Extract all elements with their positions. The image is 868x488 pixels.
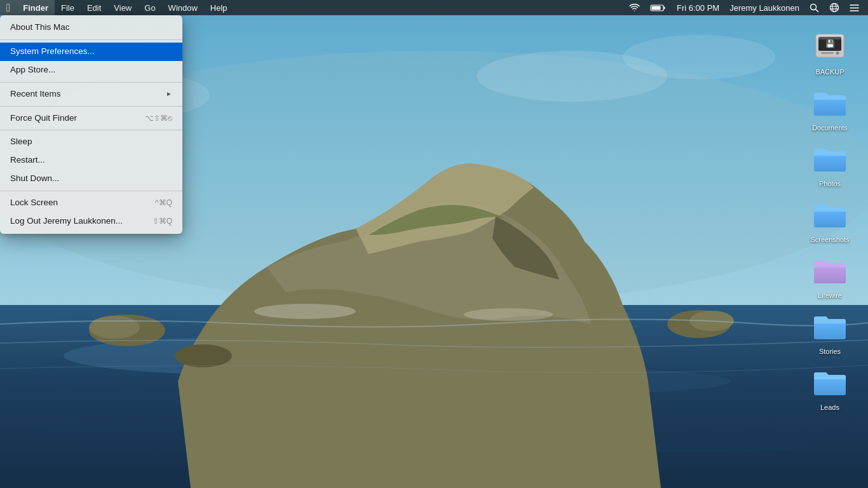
menu-item-restart[interactable]: Restart... [0, 151, 182, 170]
menu-edit-label: Edit [87, 3, 101, 13]
shutdown-label: Shut Down... [10, 173, 59, 185]
desktop-icon-screenshots[interactable]: Screenshots [804, 193, 855, 244]
desktop-icon-lifewire[interactable]: Lifewire [804, 249, 855, 300]
documents-icon-label: Documents [810, 123, 850, 132]
apple-menu-button[interactable]:  [0, 0, 17, 15]
sleep-label: Sleep [10, 136, 32, 148]
list-icon [850, 4, 859, 12]
menu-separator-1 [0, 39, 182, 40]
logout-label: Log Out Jeremy Laukkonen... [10, 215, 123, 227]
logout-shortcut: ⇧⌘Q [153, 216, 172, 227]
desktop-icon-stories[interactable]: Stories [804, 305, 855, 356]
stories-folder-icon [810, 305, 850, 346]
svg-point-22 [831, 4, 839, 12]
screenshots-icon-label: Screenshots [808, 235, 851, 244]
siri-button[interactable] [825, 0, 843, 15]
menu-item-app-store[interactable]: App Store... [0, 61, 182, 79]
svg-rect-19 [651, 6, 660, 10]
menubar-file[interactable]: File [55, 0, 81, 15]
stories-icon-label: Stories [817, 347, 843, 356]
datetime-label: Fri 6:00 PM [677, 3, 719, 13]
search-icon [810, 3, 819, 13]
menu-separator-4 [0, 130, 182, 130]
svg-point-12 [254, 304, 356, 319]
svg-rect-32 [821, 52, 834, 54]
wifi-icon [629, 3, 640, 12]
menu-go-label: Go [144, 3, 155, 13]
menubar-right: Fri 6:00 PM Jeremy Laukkonen [625, 0, 868, 15]
menubar-go[interactable]: Go [138, 0, 161, 15]
menubar:  Finder File Edit View Go Window Help [0, 0, 868, 15]
user-display[interactable]: Jeremy Laukkonen [726, 0, 803, 15]
lifewire-icon-label: Lifewire [816, 291, 844, 300]
svg-point-13 [464, 308, 553, 321]
menu-item-system-preferences[interactable]: System Preferences... [0, 43, 182, 61]
about-mac-label: About This Mac [10, 22, 70, 34]
menu-item-shutdown[interactable]: Shut Down... [0, 170, 182, 188]
battery-status[interactable] [646, 0, 670, 15]
screenshots-folder-icon [810, 193, 850, 234]
menubar-window[interactable]: Window [162, 0, 204, 15]
desktop-icon-leads[interactable]: Leads [804, 361, 855, 412]
backup-drive-icon: 💾 [810, 25, 850, 66]
globe-icon [829, 3, 839, 13]
notification-center-button[interactable] [846, 0, 863, 15]
battery-icon [650, 3, 667, 12]
photos-folder-icon [810, 137, 850, 178]
force-quit-label: Force Quit Finder [10, 112, 77, 125]
svg-rect-34 [816, 34, 844, 39]
restart-label: Restart... [10, 154, 45, 166]
svg-point-33 [836, 51, 839, 55]
desktop-icons: 💾 BACKUP Documents [804, 25, 855, 412]
desktop-icon-backup[interactable]: 💾 BACKUP [804, 25, 855, 76]
lock-screen-label: Lock Screen [10, 197, 58, 209]
menu-file-label: File [61, 3, 74, 13]
datetime-display[interactable]: Fri 6:00 PM [673, 0, 723, 15]
menu-item-recent-items[interactable]: Recent Items ► [0, 85, 182, 104]
menu-item-lock-screen[interactable]: Lock Screen ^⌘Q [0, 194, 182, 212]
backup-icon-label: BACKUP [813, 67, 846, 76]
svg-line-21 [816, 9, 818, 11]
svg-point-11 [175, 344, 232, 367]
menubar-view[interactable]: View [107, 0, 138, 15]
apple-logo-icon:  [6, 3, 10, 13]
desktop-icon-photos[interactable]: Photos [804, 137, 855, 188]
menubar-help[interactable]: Help [204, 0, 234, 15]
desktop-icon-documents[interactable]: Documents [804, 81, 855, 132]
menu-separator-3 [0, 106, 182, 107]
system-preferences-label: System Preferences... [10, 46, 95, 58]
photos-icon-label: Photos [817, 179, 843, 188]
lock-screen-shortcut: ^⌘Q [155, 198, 172, 208]
menubar-edit[interactable]: Edit [81, 0, 107, 15]
recent-items-label: Recent Items [10, 88, 61, 100]
menu-separator-2 [0, 82, 182, 83]
menu-item-logout[interactable]: Log Out Jeremy Laukkonen... ⇧⌘Q [0, 212, 182, 231]
menu-item-sleep[interactable]: Sleep [0, 133, 182, 151]
menu-item-force-quit[interactable]: Force Quit Finder ⌥⇧⌘⎋ [0, 109, 182, 128]
app-name-label: Finder [23, 3, 48, 13]
svg-point-8 [89, 316, 140, 339]
lifewire-folder-icon [810, 249, 850, 290]
svg-point-15 [623, 35, 775, 79]
menu-window-label: Window [168, 3, 198, 13]
documents-folder-icon [810, 81, 850, 122]
leads-icon-label: Leads [818, 403, 841, 412]
svg-point-23 [832, 4, 836, 12]
spotlight-button[interactable] [806, 0, 823, 15]
user-label: Jeremy Laukkonen [729, 3, 799, 13]
force-quit-shortcut: ⌥⇧⌘⎋ [145, 113, 172, 124]
menubar-finder[interactable]: Finder [17, 0, 55, 15]
svg-rect-18 [663, 7, 665, 10]
app-store-label: App Store... [10, 64, 55, 76]
menubar-left:  Finder File Edit View Go Window Help [0, 0, 234, 15]
menu-separator-5 [0, 191, 182, 191]
recent-items-arrow-icon: ► [166, 90, 172, 98]
leads-folder-icon [810, 361, 850, 402]
wifi-status[interactable] [625, 0, 644, 15]
apple-dropdown-menu: About This Mac System Preferences... App… [0, 15, 182, 234]
menu-item-about[interactable]: About This Mac [0, 18, 182, 37]
menu-help-label: Help [210, 3, 227, 13]
svg-text:💾: 💾 [825, 39, 835, 48]
menu-view-label: View [114, 3, 132, 13]
